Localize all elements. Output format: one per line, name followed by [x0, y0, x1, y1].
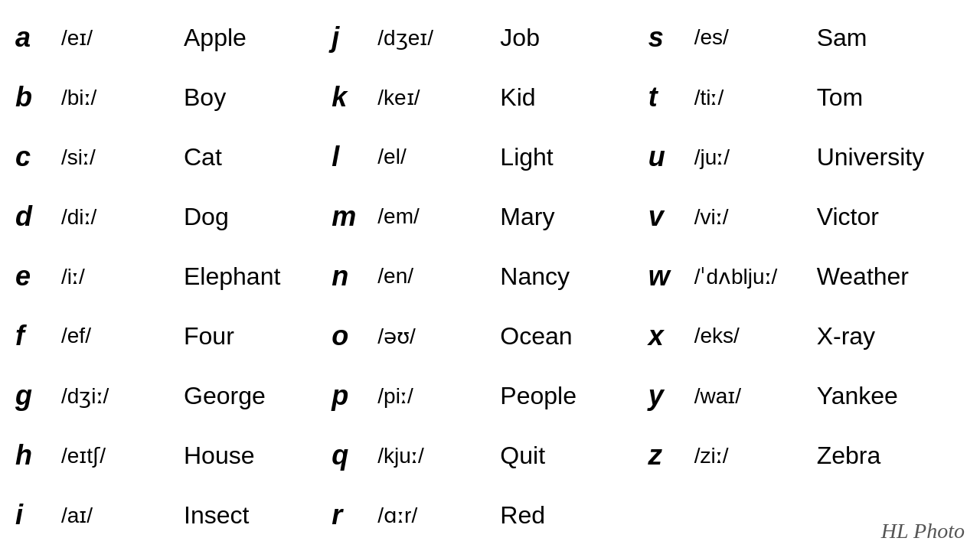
table-row: u/juː/University — [648, 127, 965, 187]
letter: n — [332, 260, 370, 292]
phonetic: /en/ — [370, 264, 492, 289]
table-row: h/eɪtʃ/House — [15, 425, 332, 485]
letter: x — [648, 320, 687, 352]
word: Yankee — [809, 382, 898, 410]
phonetic: /el/ — [370, 145, 492, 169]
table-row: z/ziː/Zebra — [648, 425, 965, 485]
table-row: c/siː/Cat — [15, 127, 332, 187]
phonetic: /es/ — [687, 25, 809, 50]
phonetic: /siː/ — [54, 145, 176, 170]
letter: k — [332, 81, 370, 113]
phonetic: /biː/ — [54, 85, 176, 110]
letter: a — [15, 21, 54, 54]
phonetic: /eks/ — [687, 324, 809, 348]
word: Dog — [176, 203, 229, 231]
letter: d — [15, 201, 54, 233]
letter: y — [648, 380, 687, 412]
letter: j — [332, 21, 370, 54]
letter: h — [15, 439, 54, 471]
phonetic: /ɑːr/ — [370, 503, 492, 528]
table-row: v/viː/Victor — [648, 187, 965, 246]
phonetic: /piː/ — [370, 383, 492, 409]
phonetic: /aɪ/ — [54, 503, 176, 528]
letter: v — [648, 201, 687, 233]
word: Kid — [492, 83, 535, 112]
word: Quit — [492, 442, 545, 470]
word: Victor — [809, 203, 879, 231]
phonetic: /diː/ — [54, 204, 176, 230]
letter: o — [332, 320, 370, 352]
letter: z — [648, 439, 687, 471]
phonetic: /iː/ — [54, 264, 176, 289]
letter: g — [15, 380, 54, 412]
letter: u — [648, 141, 687, 173]
word: Ocean — [492, 322, 572, 350]
word: Elephant — [176, 262, 280, 291]
word: House — [176, 442, 255, 470]
word: X-ray — [809, 322, 875, 350]
table-row: w/ˈdʌbljuː/Weather — [648, 246, 965, 306]
phonetic: /dʒeɪ/ — [370, 25, 492, 51]
phonetic: /eɪ/ — [54, 25, 176, 51]
letter: w — [648, 260, 687, 292]
word: Light — [492, 143, 553, 171]
phonetic: /ef/ — [54, 324, 176, 348]
letter: e — [15, 260, 54, 292]
table-row: b/biː/Boy — [15, 67, 332, 127]
table-row: k/keɪ/Kid — [332, 67, 648, 127]
word: Apple — [176, 24, 247, 52]
table-row: y/waɪ/Yankee — [648, 366, 965, 425]
letter: c — [15, 141, 54, 173]
table-row: x/eks/X-ray — [648, 306, 965, 366]
table-row: a/eɪ/Apple — [15, 8, 332, 67]
word: Insect — [176, 501, 249, 530]
letter: i — [15, 499, 54, 531]
table-row: m/em/Mary — [332, 187, 648, 246]
table-row: p/piː/People — [332, 366, 648, 425]
letter: q — [332, 439, 370, 471]
word: Tom — [809, 83, 863, 112]
table-row: f/ef/Four — [15, 306, 332, 366]
table-row: q/kjuː/Quit — [332, 425, 648, 485]
letter: b — [15, 81, 54, 113]
phonetic: /viː/ — [687, 204, 809, 230]
phonetic: /eɪtʃ/ — [54, 443, 176, 468]
phonetic: /waɪ/ — [687, 383, 809, 409]
word: Sam — [809, 24, 867, 52]
word: Cat — [176, 143, 222, 171]
letter: f — [15, 320, 54, 352]
word: George — [176, 382, 266, 410]
word: Nancy — [492, 262, 570, 291]
alphabet-table: a/eɪ/Appleb/biː/Boyc/siː/Catd/diː/Doge/i… — [0, 0, 980, 551]
table-row: r/ɑːr/Red — [332, 485, 648, 545]
table-row: d/diː/Dog — [15, 187, 332, 246]
word: University — [809, 143, 924, 171]
word: Boy — [176, 83, 226, 112]
word: Four — [176, 322, 234, 350]
word: Zebra — [809, 442, 881, 470]
word: Mary — [492, 203, 554, 231]
letter: s — [648, 21, 687, 54]
letter: l — [332, 141, 370, 173]
column-3: s/es/Samt/tiː/Tomu/juː/Universityv/viː/V… — [648, 8, 965, 545]
letter: r — [332, 499, 370, 531]
word: People — [492, 382, 577, 410]
phonetic: /keɪ/ — [370, 85, 492, 110]
table-row: j/dʒeɪ/Job — [332, 8, 648, 67]
word: Red — [492, 501, 545, 530]
word: Job — [492, 24, 540, 52]
phonetic: /tiː/ — [687, 85, 809, 110]
letter: t — [648, 81, 687, 113]
phonetic: /ziː/ — [687, 443, 809, 468]
table-row: i/aɪ/Insect — [15, 485, 332, 545]
table-row: e/iː/Elephant — [15, 246, 332, 306]
word: Weather — [809, 262, 909, 291]
table-row: n/en/Nancy — [332, 246, 648, 306]
phonetic: /dʒiː/ — [54, 383, 176, 409]
phonetic: /kjuː/ — [370, 443, 492, 468]
table-row: g/dʒiː/George — [15, 366, 332, 425]
table-row: o/əʊ/Ocean — [332, 306, 648, 366]
table-row: s/es/Sam — [648, 8, 965, 67]
letter: m — [332, 201, 370, 233]
table-row: t/tiː/Tom — [648, 67, 965, 127]
